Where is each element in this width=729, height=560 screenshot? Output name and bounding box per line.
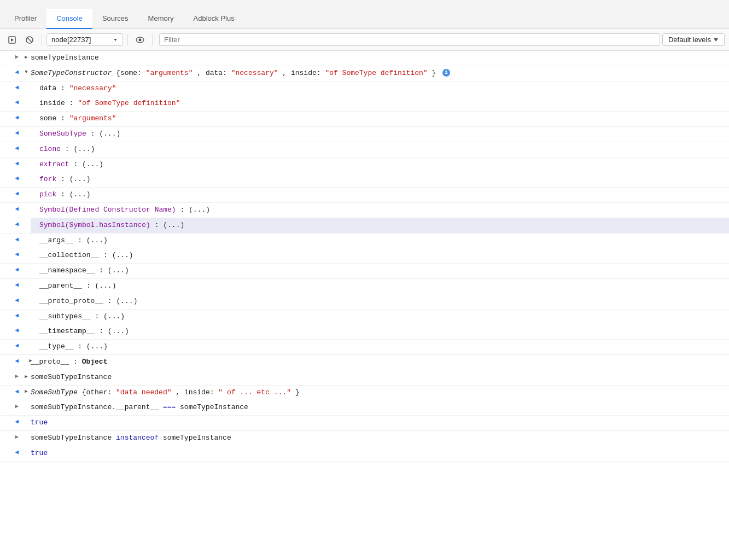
row-collection-prop[interactable]: ◀ __collection__ : (...) bbox=[0, 248, 729, 264]
tab-adblock[interactable]: Adblock Plus bbox=[184, 9, 244, 29]
levels-dropdown[interactable]: Default levels bbox=[662, 33, 725, 46]
constructor-name: SomeTypeConstructor bbox=[31, 69, 112, 77]
row-SomeSubType-header[interactable]: ◀ ▶ SomeSubType {other: "data needed" , … bbox=[0, 386, 729, 401]
inside-prop-content: inside : "of SomeType definition" bbox=[31, 96, 729, 111]
expand-arrow-subtype[interactable] bbox=[22, 370, 31, 381]
block-button[interactable] bbox=[22, 32, 37, 48]
row-gutter: ◀ bbox=[0, 203, 22, 214]
no-arrow bbox=[22, 310, 31, 312]
expand-arrow-constructor[interactable]: ▼ bbox=[22, 66, 31, 76]
row-fork-prop[interactable]: ◀ fork : (...) bbox=[0, 172, 729, 188]
extract-prop-content: extract : (...) bbox=[31, 158, 729, 172]
row-pick-prop[interactable]: ◀ pick : (...) bbox=[0, 188, 729, 203]
row-somesubtype-prop[interactable]: ◀ SomeSubType : (...) bbox=[0, 127, 729, 142]
row-someSubTypeInstance[interactable]: ▶ someSubTypeInstance bbox=[0, 370, 729, 386]
row-clone-prop[interactable]: ◀ clone : (...) bbox=[0, 142, 729, 158]
svg-marker-4 bbox=[114, 39, 117, 41]
key-inside: inside bbox=[39, 99, 65, 107]
row-gutter: ◀ bbox=[0, 279, 22, 290]
row-instanceof-check[interactable]: ▶ someSubTypeInstance instanceof someTyp… bbox=[0, 431, 729, 446]
proto-prop-content: __proto__ : Object bbox=[31, 355, 729, 370]
expand-arrow[interactable] bbox=[22, 51, 31, 62]
val-clone: (...) bbox=[73, 145, 95, 153]
namespace-prop-content: __namespace__ : (...) bbox=[31, 264, 729, 278]
val-symbol-hasinstance: (...) bbox=[163, 221, 184, 229]
row-parent-prop[interactable]: ◀ __parent__ : (...) bbox=[0, 279, 729, 294]
no-arrow bbox=[22, 234, 31, 236]
play-button[interactable] bbox=[4, 32, 20, 48]
tab-sources[interactable]: Sources bbox=[92, 9, 138, 29]
row-SomeTypeConstructor[interactable]: ◀ ▼ SomeTypeConstructor {some: "argument… bbox=[0, 66, 729, 81]
node-selector[interactable]: node[22737] bbox=[46, 33, 123, 46]
row-symbol-hasinstance-prop[interactable]: ◀ Symbol(Symbol.hasInstance) : (...) bbox=[0, 218, 729, 234]
filter-input[interactable] bbox=[159, 33, 660, 46]
no-arrow bbox=[22, 142, 31, 144]
node-selector-text: node[22737] bbox=[51, 36, 110, 44]
row-true-2[interactable]: ◀ true bbox=[0, 446, 729, 462]
row-gutter: ◀ bbox=[0, 81, 22, 93]
val-true-1: true bbox=[31, 418, 48, 427]
row-some-prop[interactable]: ◀ some : "arguments" bbox=[0, 112, 729, 127]
collection-prop-content: __collection__ : (...) bbox=[31, 248, 729, 263]
row-subtypes-prop[interactable]: ◀ __subtypes__ : (...) bbox=[0, 310, 729, 325]
operator-eq: === bbox=[163, 403, 176, 411]
eye-button[interactable] bbox=[132, 32, 148, 48]
row-gutter-left: ◀ bbox=[0, 386, 22, 397]
no-arrow bbox=[22, 431, 31, 433]
row-gutter: ◀ bbox=[0, 264, 22, 275]
colon: : bbox=[65, 145, 74, 153]
key-subtypes: __subtypes__ bbox=[39, 312, 91, 320]
key-collection: __collection__ bbox=[39, 251, 99, 259]
row-namespace-prop[interactable]: ◀ __namespace__ : (...) bbox=[0, 264, 729, 279]
no-arrow bbox=[22, 188, 31, 190]
text-instanceof-1: someSubTypeInstance bbox=[31, 434, 116, 442]
colon: : bbox=[155, 221, 164, 229]
row-extract-prop[interactable]: ◀ extract : (...) bbox=[0, 158, 729, 173]
val-some: "arguments" bbox=[69, 114, 116, 122]
expand-arrow-proto[interactable]: ▶ bbox=[22, 355, 31, 365]
row-gutter: ◀ bbox=[0, 112, 22, 123]
key-somesubtype: SomeSubType bbox=[39, 130, 86, 138]
no-arrow bbox=[22, 172, 31, 174]
row-someTypeInstance[interactable]: ▶ someTypeInstance bbox=[0, 51, 729, 66]
row-protoproto-prop[interactable]: ◀ __proto_proto__ : (...) bbox=[0, 294, 729, 310]
val-somesubtype: (...) bbox=[99, 130, 120, 138]
row-data-prop[interactable]: ◀ data : "necessary" bbox=[0, 81, 729, 97]
somesubtype-prop-content: SomeSubType : (...) bbox=[31, 127, 729, 142]
constructor-val-inside: "of SomeType definition" bbox=[325, 69, 427, 77]
timestamp-prop-content: __timestamp__ : (...) bbox=[31, 324, 729, 339]
row-args-prop[interactable]: ◀ __args__ : (...) bbox=[0, 234, 729, 249]
no-arrow bbox=[22, 81, 31, 84]
tab-console[interactable]: Console bbox=[46, 9, 92, 29]
val-subtypes: (...) bbox=[103, 312, 125, 320]
toolbar: node[22737] Default levels bbox=[0, 29, 729, 51]
text-parent-check-1: someSubTypeInstance.__parent__ bbox=[31, 403, 163, 411]
no-arrow bbox=[22, 279, 31, 281]
console-output: ▶ someTypeInstance ◀ ▼ SomeTypeConstruct… bbox=[0, 51, 729, 462]
row-inside-prop[interactable]: ◀ inside : "of SomeType definition" bbox=[0, 96, 729, 112]
tab-profiler[interactable]: Profiler bbox=[4, 9, 46, 29]
operator-instanceof: instanceof bbox=[116, 434, 159, 442]
row-true-1[interactable]: ◀ true bbox=[0, 416, 729, 431]
row-proto-prop[interactable]: ◀ ▶ __proto__ : Object bbox=[0, 355, 729, 370]
row-timestamp-prop[interactable]: ◀ __timestamp__ : (...) bbox=[0, 324, 729, 340]
tab-memory[interactable]: Memory bbox=[138, 9, 184, 29]
key-parent: __parent__ bbox=[39, 282, 82, 290]
svg-marker-7 bbox=[714, 38, 718, 42]
row-type-prop[interactable]: ◀ __type__ : (...) bbox=[0, 340, 729, 355]
val-data: "necessary" bbox=[69, 84, 116, 92]
row-gutter-right: ▶ bbox=[0, 51, 22, 62]
somesubtype-brace-close: } bbox=[295, 388, 300, 396]
row-gutter: ◀ bbox=[0, 234, 22, 245]
row-parent-check[interactable]: ▶ someSubTypeInstance.__parent__ === som… bbox=[0, 400, 729, 416]
colon: : bbox=[78, 236, 86, 244]
somesubtype-val-other: "data needed" bbox=[116, 388, 171, 396]
subtypes-prop-content: __subtypes__ : (...) bbox=[31, 310, 729, 324]
expand-arrow-somesubtype[interactable]: ▶ bbox=[22, 386, 31, 395]
row-gutter: ◀ bbox=[0, 355, 22, 366]
levels-label: Default levels bbox=[668, 36, 711, 44]
data-prop-content: data : "necessary" bbox=[31, 81, 729, 96]
constructor-val-some: "arguments" bbox=[146, 69, 193, 77]
row-symbol-defined-prop[interactable]: ◀ Symbol(Defined Constructor Name) : (..… bbox=[0, 203, 729, 218]
row-gutter: ◀ bbox=[0, 294, 22, 306]
